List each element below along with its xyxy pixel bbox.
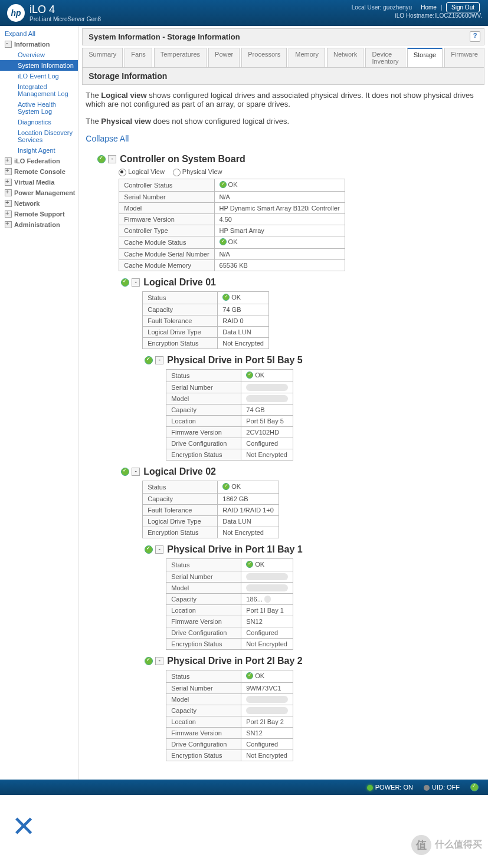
pd1-table: StatusOKSerial NumberredactedxxxxxModelr… bbox=[166, 558, 293, 650]
power-status: POWER: ON bbox=[367, 784, 413, 791]
collapse-icon[interactable]: - bbox=[108, 155, 116, 163]
table-row: StatusOK bbox=[166, 558, 293, 571]
tab-power[interactable]: Power bbox=[208, 48, 240, 67]
nav-group[interactable]: Administration bbox=[0, 219, 78, 230]
physical-drive-2i2: - Physical Drive in Port 2I Bay 2 Status… bbox=[145, 656, 481, 761]
collapse-icon[interactable]: - bbox=[132, 278, 140, 287]
nav-item[interactable]: iLO Event Log bbox=[0, 71, 78, 81]
nav-group[interactable]: Network bbox=[0, 198, 78, 209]
nav-item[interactable]: Integrated Management Log bbox=[0, 81, 78, 99]
page-title: System Information - Storage Information… bbox=[82, 28, 484, 45]
controller-title: Controller on System Board bbox=[120, 154, 245, 165]
table-row: Firmware Version4.50 bbox=[119, 213, 345, 225]
table-row: Drive ConfigurationConfigured bbox=[166, 627, 293, 638]
tab-temperatures[interactable]: Temperatures bbox=[154, 48, 207, 67]
table-row: LocationPort 5I Bay 5 bbox=[166, 415, 293, 426]
table-row: Fault ToleranceRAID 0 bbox=[143, 315, 269, 326]
tab-network[interactable]: Network bbox=[327, 48, 363, 67]
logical-view-radio[interactable]: Logical View bbox=[119, 168, 165, 176]
table-row: Drive ConfigurationConfigured bbox=[166, 438, 293, 449]
table-row: Controller StatusOK bbox=[119, 179, 345, 191]
nav-group[interactable]: Remote Support bbox=[0, 209, 78, 219]
collapse-icon[interactable]: - bbox=[155, 356, 163, 364]
plus-icon[interactable] bbox=[5, 157, 12, 165]
nav-group[interactable]: Information bbox=[0, 39, 78, 50]
status-ok-icon bbox=[145, 657, 153, 665]
close-icon[interactable]: ✕ bbox=[12, 810, 35, 843]
uid-status: UID: OFF bbox=[424, 784, 460, 791]
nav-item[interactable]: Insight Agent bbox=[0, 145, 78, 156]
collapse-icon[interactable]: - bbox=[155, 657, 163, 665]
nav-group[interactable]: iLO Federation bbox=[0, 156, 78, 166]
status-ok-icon bbox=[246, 561, 253, 568]
tab-summary[interactable]: Summary bbox=[82, 48, 123, 67]
table-row: Capacityredactedxxxxx bbox=[166, 705, 293, 716]
tab-firmware[interactable]: Firmware bbox=[444, 48, 484, 67]
nav-item[interactable]: System Information bbox=[0, 60, 78, 71]
pd5-table: StatusOKSerial NumberredactedxxxxxModelr… bbox=[166, 369, 293, 461]
expand-all-link[interactable]: Expand All bbox=[0, 28, 78, 39]
table-row: Modelredactedxxxxx bbox=[166, 582, 293, 593]
plus-icon[interactable] bbox=[5, 179, 12, 186]
minus-icon[interactable] bbox=[5, 41, 12, 48]
tabs-row: SummaryFansTemperaturesPowerProcessorsMe… bbox=[82, 48, 484, 67]
table-row: ModelHP Dynamic Smart Array B120i Contro… bbox=[119, 202, 345, 213]
tab-memory[interactable]: Memory bbox=[289, 48, 325, 67]
hostname-label: iLO Hostname:ILOCZ150600WV. bbox=[352, 12, 482, 19]
table-row: Capacity186... xx bbox=[166, 593, 293, 604]
collapse-icon[interactable]: - bbox=[155, 545, 163, 554]
status-ok-icon bbox=[97, 155, 106, 163]
table-row: Firmware VersionSN12 bbox=[166, 727, 293, 738]
nav-group[interactable]: Virtual Media bbox=[0, 177, 78, 188]
nav-group[interactable]: Remote Console bbox=[0, 166, 78, 177]
nav-item[interactable]: Diagnostics bbox=[0, 117, 78, 127]
nav-group[interactable]: Power Management bbox=[0, 188, 78, 198]
nav-item[interactable]: Overview bbox=[0, 50, 78, 60]
tab-device-inventory[interactable]: Device Inventory bbox=[365, 48, 405, 67]
table-row: Logical Drive TypeData LUN bbox=[143, 515, 279, 527]
plus-icon[interactable] bbox=[5, 189, 12, 196]
status-ok-icon bbox=[145, 356, 153, 364]
header-bar: hp iLO 4 ProLiant MicroServer Gen8 Local… bbox=[0, 0, 488, 26]
pd2-table: StatusOKSerial Number9WM73VC1Modelredact… bbox=[166, 670, 293, 761]
table-row: Drive ConfigurationConfigured bbox=[166, 738, 293, 749]
status-ok-icon bbox=[220, 238, 227, 245]
tab-processors[interactable]: Processors bbox=[241, 48, 287, 67]
table-row: LocationPort 2I Bay 2 bbox=[166, 716, 293, 727]
logical-drive-02: - Logical Drive 02 StatusOKCapacity1862 … bbox=[121, 466, 481, 761]
power-led-icon bbox=[367, 785, 373, 791]
status-ok-icon bbox=[246, 371, 253, 379]
home-link[interactable]: Home bbox=[421, 4, 437, 11]
plus-icon[interactable] bbox=[5, 168, 12, 175]
tab-fans[interactable]: Fans bbox=[125, 48, 152, 67]
main-content: System Information - Storage Information… bbox=[78, 26, 488, 780]
physical-view-radio[interactable]: Physical View bbox=[173, 168, 222, 176]
table-row: StatusOK bbox=[166, 369, 293, 382]
tab-storage[interactable]: Storage bbox=[407, 48, 443, 67]
description-1: The Logical view shows configured logica… bbox=[86, 91, 481, 108]
table-row: Encryption StatusNot Encrypted bbox=[143, 337, 269, 348]
table-row: Capacity74 GB bbox=[143, 304, 269, 315]
nav-item[interactable]: Active Health System Log bbox=[0, 99, 78, 117]
product-model: ProLiant MicroServer Gen8 bbox=[30, 16, 101, 22]
footer-bar: POWER: ON UID: OFF bbox=[0, 780, 488, 795]
product-title-block: iLO 4 ProLiant MicroServer Gen8 bbox=[30, 4, 101, 22]
table-row: Encryption StatusNot Encrypted bbox=[143, 527, 279, 538]
table-row: Fault ToleranceRAID 1/RAID 1+0 bbox=[143, 504, 279, 515]
signout-button[interactable]: Sign Out bbox=[446, 2, 480, 12]
table-row: Modelredactedxxxxx bbox=[166, 393, 293, 404]
table-row: Logical Drive TypeData LUN bbox=[143, 326, 269, 337]
hp-logo: hp bbox=[7, 4, 25, 22]
help-icon[interactable]: ? bbox=[470, 31, 480, 42]
table-row: Serial Number9WM73VC1 bbox=[166, 682, 293, 693]
collapse-icon[interactable]: - bbox=[132, 468, 140, 476]
table-row: Capacity74 GB bbox=[166, 404, 293, 415]
watermark: 值什么值得买 bbox=[411, 835, 482, 855]
plus-icon[interactable] bbox=[5, 221, 12, 228]
nav-item[interactable]: Location Discovery Services bbox=[0, 127, 78, 145]
table-row: Cache Module Serial NumberN/A bbox=[119, 248, 345, 259]
plus-icon[interactable] bbox=[5, 200, 12, 207]
plus-icon[interactable] bbox=[5, 211, 12, 218]
physical-drive-1i1: - Physical Drive in Port 1I Bay 1 Status… bbox=[145, 544, 481, 650]
collapse-all-link[interactable]: Collapse All bbox=[86, 134, 129, 143]
